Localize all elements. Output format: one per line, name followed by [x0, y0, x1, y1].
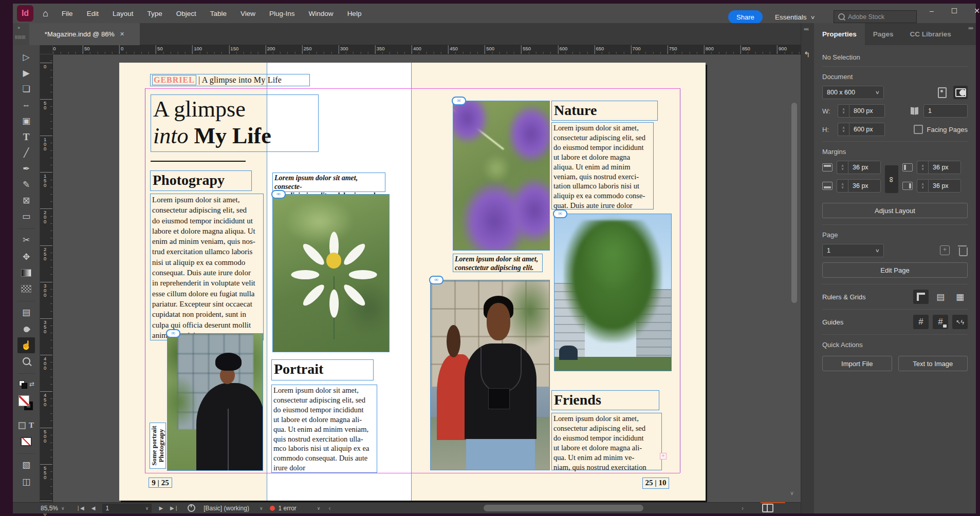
menu-object[interactable]: Object [176, 10, 196, 17]
document-grid-button[interactable]: ▦ [952, 290, 968, 304]
width-stepper[interactable]: ∧∨ 800 px [838, 104, 885, 118]
link-badge-icon[interactable]: ∞ [452, 97, 466, 105]
home-icon[interactable]: ⌂ [43, 9, 48, 18]
rectangle-tool[interactable]: ▭ [17, 208, 35, 224]
menu-plugins[interactable]: Plug-Ins [269, 10, 295, 17]
gradient-feather-tool[interactable] [17, 281, 35, 297]
text-to-image-button[interactable]: Text to Image [898, 356, 968, 371]
zoom-level-control[interactable]: 85,5% ∨ [41, 505, 65, 512]
apply-none-swatch[interactable] [17, 433, 35, 449]
daisy-caption-frame[interactable]: Lorem ipsum dolor sit amet, consecte- tu… [272, 173, 385, 192]
magazine-spread[interactable]: GEBRIEL | A glimpse into My Life A glimp… [119, 63, 706, 501]
scroll-left-arrow[interactable]: ‹ [328, 505, 330, 512]
formatting-affects[interactable]: T [17, 417, 35, 433]
preflight-profile[interactable]: [Basic] (working) ∨ [204, 505, 263, 512]
left-margin-value[interactable]: 36 px [928, 161, 961, 174]
menu-file[interactable]: File [62, 10, 73, 17]
preflight-menu[interactable] [188, 504, 195, 512]
link-margins-button[interactable]: ∞ [885, 165, 898, 193]
eyedropper-tool[interactable] [17, 321, 35, 337]
overset-text-badge[interactable]: + [660, 453, 667, 460]
show-guides-button[interactable]: # [913, 315, 929, 329]
free-transform-tool[interactable]: ✥ [17, 249, 35, 265]
nature-body-frame[interactable]: Lorem ipsum dolor sit amet, consectetur … [551, 122, 654, 209]
show-rulers-button[interactable] [913, 290, 929, 304]
width-value[interactable]: 800 px [849, 104, 885, 118]
spread-view-button[interactable] [762, 504, 773, 512]
right-page-number-frame[interactable]: 25 | 10 [642, 477, 669, 489]
height-value[interactable]: 600 px [849, 123, 885, 136]
landscape-orientation-button[interactable] [953, 86, 968, 99]
page-number-field[interactable]: 1 ∨ [102, 504, 152, 513]
normal-view-mode[interactable]: ▧ [17, 453, 35, 474]
menu-type[interactable]: Type [147, 10, 162, 17]
menu-table[interactable]: Table [210, 10, 227, 17]
menu-layout[interactable]: Layout [113, 10, 134, 17]
hand-tool[interactable]: ☝ [17, 337, 35, 353]
gap-tool[interactable]: ⇔ [17, 97, 35, 113]
pasteboard[interactable]: GEBRIEL | A glimpse into My Life A glimp… [53, 54, 801, 502]
import-file-button[interactable]: Import File [822, 356, 892, 371]
selection-tool[interactable]: ▷ [17, 49, 35, 65]
adobe-stock-search[interactable]: Adobe Stock [834, 10, 917, 23]
right-margin-value[interactable]: 36 px [928, 179, 961, 193]
share-button[interactable]: Share [728, 10, 763, 24]
left-dock-collapse[interactable]: » |||||||| [13, 23, 29, 45]
photography-heading-frame[interactable]: Photograpy [150, 170, 252, 191]
content-collector-tool[interactable]: ▣ [17, 113, 35, 129]
screen-mode[interactable]: ◫ [17, 474, 35, 490]
scissors-tool[interactable]: ✂ [17, 228, 35, 249]
error-status[interactable]: 1 error ∨ [270, 505, 320, 512]
gradient-swatch-tool[interactable] [17, 265, 35, 281]
menu-help[interactable]: Help [347, 10, 362, 17]
facing-pages-checkbox[interactable] [914, 125, 923, 134]
pages-count-field[interactable]: 1 [923, 104, 968, 118]
workspace-switcher[interactable]: Essentials ∨ [775, 10, 815, 24]
menu-window[interactable]: Window [309, 10, 334, 17]
friends-photo-frame[interactable]: ∞ [430, 280, 550, 470]
portrait-orientation-button[interactable] [935, 86, 949, 99]
horizontal-scrollbar[interactable] [484, 505, 643, 511]
edit-page-button[interactable]: Edit Page [822, 262, 968, 278]
first-page-button[interactable]: ❘◀ [76, 505, 84, 511]
page-tool[interactable]: ❏ [17, 81, 35, 97]
pencil-tool[interactable]: ✎ [17, 177, 35, 193]
current-page-dropdown[interactable]: 1 ∨ [822, 244, 884, 257]
flowers-photo-frame[interactable]: ∞ [453, 101, 550, 251]
adjust-layout-button[interactable]: Adjust Layout [822, 203, 968, 218]
photography-body-frame[interactable]: Lorem ipsum dolor sit amet, consectetur … [150, 194, 264, 340]
frame-tool[interactable]: ⊠ [17, 193, 35, 208]
tab-close-icon[interactable]: ✕ [120, 31, 124, 37]
pen-tool[interactable]: ✒ [17, 161, 35, 177]
delete-page-icon[interactable] [959, 247, 968, 256]
link-badge-icon[interactable]: ∞ [429, 276, 443, 284]
add-page-icon[interactable]: + [940, 245, 950, 255]
link-badge-icon[interactable]: ∞ [553, 209, 567, 218]
menu-edit[interactable]: Edit [87, 10, 99, 17]
previous-page-button[interactable]: ◀ [91, 505, 96, 511]
link-badge-icon[interactable]: ∞ [166, 329, 180, 338]
smart-guides-button[interactable]: ↖ϟ [952, 315, 968, 329]
scroll-down-icon[interactable]: ∨ [790, 490, 794, 496]
ruler-origin-corner[interactable] [40, 45, 53, 54]
line-tool[interactable]: ╱ [17, 145, 35, 161]
type-tool[interactable]: T [17, 129, 35, 145]
kicker-text-frame[interactable]: GEBRIEL | A glimpse into My Life [150, 74, 310, 86]
maximize-button[interactable]: ☐ [949, 7, 959, 15]
horizontal-ruler[interactable]: 1005005010015020025030035040045050055060… [40, 45, 801, 54]
tab-cc-libraries[interactable]: CC Libraries [902, 23, 959, 45]
document-tab[interactable]: *Magazine.indd @ 86% ✕ [29, 23, 140, 45]
lock-guides-button[interactable]: # [933, 315, 948, 329]
direct-selection-tool[interactable]: ▶ [17, 65, 35, 81]
flowers-caption-frame[interactable]: Lorem ipsum dolor sit amet, consectetur … [453, 254, 543, 272]
link-badge-icon[interactable]: ∞ [271, 190, 286, 199]
vertical-caption-frame[interactable]: Some portrait Photograpy [150, 423, 166, 469]
fill-stroke-swatches[interactable] [17, 394, 35, 417]
collapse-panels-icon[interactable]: «« [804, 26, 808, 32]
menu-view[interactable]: View [241, 10, 255, 17]
top-margin-value[interactable]: 36 px [848, 161, 881, 174]
title-text-frame[interactable]: A glimpse into My Life [151, 94, 319, 152]
next-page-button[interactable]: ▶ [159, 505, 163, 511]
bottom-margin-value[interactable]: 36 px [848, 179, 881, 193]
friends-heading-frame[interactable]: Friends [551, 390, 659, 410]
